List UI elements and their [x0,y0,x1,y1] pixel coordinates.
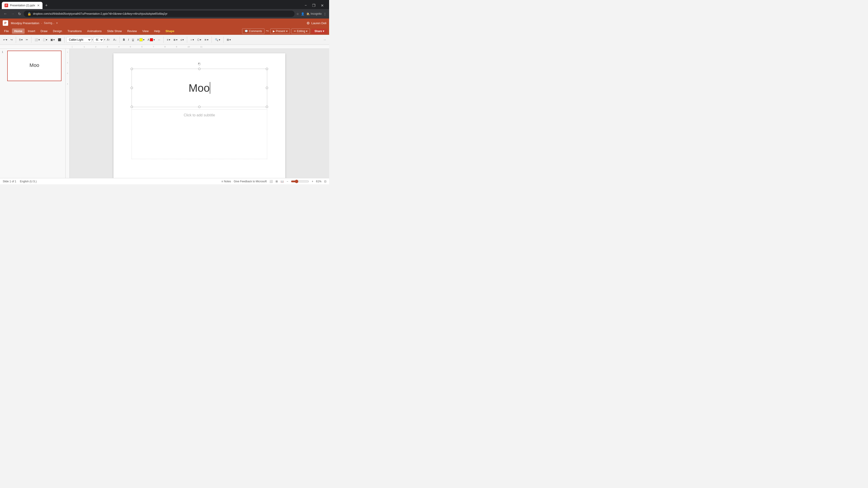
menu-transitions[interactable]: Transitions [65,29,84,34]
align-button[interactable]: ≤▾ [179,37,185,42]
minimize-button[interactable]: − [303,2,309,8]
menu-dots-icon[interactable]: ⋮ [323,12,327,15]
bold-button[interactable]: B [122,37,126,42]
redo-button[interactable]: ↪ [9,37,14,42]
handle-top-right[interactable] [266,68,268,70]
menu-design[interactable]: Design [51,29,64,34]
shape-fill-dropdown[interactable]: ▾ [207,38,209,41]
slide-view-button[interactable]: ⊞▾ [225,37,232,42]
paste-button[interactable]: ⎘▾ [18,37,24,42]
maximize-button[interactable]: ❐ [310,2,317,8]
arrange-dropdown[interactable]: ▾ [200,38,201,41]
menu-insert[interactable]: Insert [26,29,37,34]
menu-animations[interactable]: Animations [85,29,104,34]
present-button[interactable]: ▶ Present ▾ [270,29,290,34]
feedback-link[interactable]: Give Feedback to Microsoft [234,180,267,183]
shapes-button[interactable]: ○▾ [189,37,195,42]
title-text-content[interactable]: Moo [132,69,267,107]
highlight-dropdown[interactable]: ▾ [143,38,145,41]
normal-view-icon[interactable]: ⬜ [270,180,273,183]
bookmark-icon[interactable]: ☆ [296,12,299,15]
shape-fill-button[interactable]: ≋▾ [203,37,210,42]
italic-button[interactable]: I [127,37,130,42]
reload-button[interactable]: ↻ [17,11,22,17]
slide-sorter-icon[interactable]: ⊞ [276,180,278,183]
handle-bottom-right[interactable] [266,106,268,108]
menu-home[interactable]: Home [12,29,25,34]
reading-view-icon[interactable]: 📖 [281,180,284,183]
underline-button[interactable]: U [131,37,135,42]
settings-icon[interactable]: ⚙ [307,21,310,25]
reset-button[interactable]: ⬛ [57,37,63,42]
font-dropdown-icon[interactable]: ▾ [92,38,93,41]
profile-icon[interactable]: 👤 [301,12,305,15]
align-dropdown[interactable]: ▾ [182,38,184,41]
undo-button[interactable]: ↩▾ [2,37,8,42]
share-button[interactable]: Share ▾ [311,29,327,34]
section-dropdown[interactable]: ▾ [53,38,55,41]
font-family-select[interactable]: Calibri Light [66,37,91,42]
handle-bottom-left[interactable] [131,106,133,108]
ribbon-expand-button[interactable]: ··· [322,37,327,42]
rotation-handle[interactable]: ↻ [198,63,201,65]
slide-thumbnail[interactable]: Moo [7,51,61,81]
shapes-dropdown[interactable]: ▾ [193,38,194,41]
cut-button[interactable]: ✂ [24,37,29,42]
slide-view-dropdown[interactable]: ▾ [229,38,231,41]
menu-slideshow[interactable]: Slide Show [105,29,124,34]
active-tab[interactable]: P Presentation (2).pptx ✕ [2,2,42,9]
menu-review[interactable]: Review [125,29,139,34]
handle-bottom-middle[interactable] [198,106,200,108]
menu-view[interactable]: View [140,29,151,34]
filename-dropdown-icon[interactable]: ▾ [56,22,58,25]
more-font-options[interactable]: ··· [157,37,162,42]
layout-button[interactable]: ⬚▾ [41,37,49,42]
title-text-box[interactable]: ↻ Moo [131,69,267,107]
font-size-select[interactable]: 60 [93,37,103,42]
fit-slide-icon[interactable]: ⊡ [324,180,327,183]
undo-dropdown[interactable]: ▾ [6,38,7,41]
address-input[interactable]: 🔒 dropbox.com/scl/fi/ds8xk05ovlytyxnalh0… [24,11,294,17]
new-slide-dropdown[interactable]: ▾ [38,38,40,41]
bullets-button[interactable]: ≡▾ [165,37,172,42]
new-slide-button[interactable]: ⬜▾ [33,37,41,42]
zoom-in-icon[interactable]: + [312,180,313,183]
comments-button[interactable]: 💬 Comments [242,29,265,34]
section-button[interactable]: ▣▾ [49,37,56,42]
menu-draw[interactable]: Draw [38,29,50,34]
notes-button[interactable]: ≡ Notes [221,180,231,183]
zoom-slider[interactable] [291,180,309,183]
menu-file[interactable]: File [2,29,11,34]
increase-font-button[interactable]: A↑ [105,37,112,42]
editing-button[interactable]: ✏ Editing ▾ [291,29,310,34]
find-button[interactable]: 🔍▾ [214,37,221,42]
new-tab-button[interactable]: + [43,2,50,9]
handle-middle-right[interactable] [266,87,268,89]
handle-top-left[interactable] [131,68,133,70]
activity-icon[interactable]: 〜 [266,29,269,33]
close-button[interactable]: ✕ [319,2,326,8]
handle-top-middle[interactable] [198,68,200,70]
back-button[interactable]: ← [3,11,8,17]
numbering-dropdown[interactable]: ▾ [176,38,178,41]
forward-button[interactable]: → [10,11,16,17]
font-color-button[interactable]: A▾ [146,37,156,42]
menu-shape[interactable]: Shape [163,29,177,34]
layout-dropdown[interactable]: ▾ [46,38,47,41]
decrease-font-button[interactable]: A↓ [112,37,118,42]
subtitle-placeholder[interactable]: Click to add subtitle [132,109,267,117]
canvas-area[interactable]: ↻ Moo [70,49,329,178]
font-size-dropdown-icon[interactable]: ▾ [104,38,105,41]
font-color-dropdown[interactable]: ▾ [153,38,155,41]
find-dropdown[interactable]: ▾ [219,38,220,41]
menu-help[interactable]: Help [152,29,162,34]
subtitle-text-box[interactable]: Click to add subtitle [131,109,267,159]
zoom-out-icon[interactable]: − [287,180,288,183]
handle-middle-left[interactable] [131,87,133,89]
paste-dropdown[interactable]: ▾ [21,38,23,41]
arrange-button[interactable]: ⬡▾ [196,37,203,42]
numbering-button[interactable]: ≣▾ [172,37,179,42]
tab-close-button[interactable]: ✕ [37,4,40,7]
highlight-color-button[interactable]: A▾ [136,37,146,42]
bullets-dropdown[interactable]: ▾ [169,38,170,41]
